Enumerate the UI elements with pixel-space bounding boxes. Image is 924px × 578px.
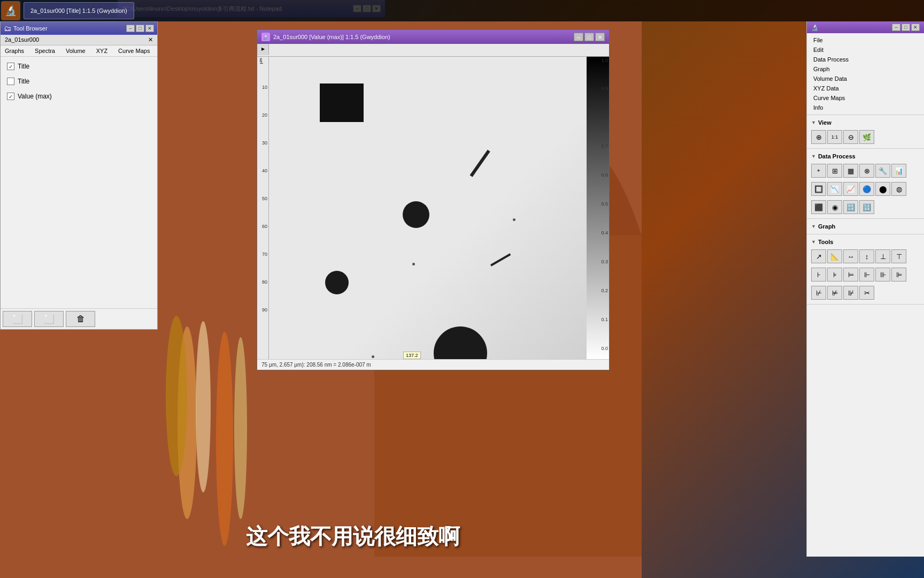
panel-menu-file[interactable]: File (807, 35, 924, 45)
data-process-toolbar-2: 🔲 📉 📈 🔵 ⬤ ◍ (807, 180, 924, 198)
menu-curve-maps[interactable]: Curve Maps (116, 47, 152, 55)
scale-0.8: 0.8 (601, 115, 608, 120)
tool-browser-close[interactable]: ✕ (145, 25, 154, 32)
dp-btn-1[interactable]: ⌖ (811, 164, 826, 178)
main-maximize[interactable]: □ (584, 33, 594, 41)
ruler-vtick-80: 80 (257, 279, 268, 285)
panel-menu-curve-maps[interactable]: Curve Maps (807, 93, 924, 103)
zoom-out-btn[interactable]: ⊖ (843, 130, 858, 144)
right-panel-minimize[interactable]: – (892, 24, 900, 31)
taskbar-app-icon[interactable]: 🔬 (1, 1, 20, 20)
footer-btn-2[interactable]: ⬜ (34, 311, 64, 327)
view-label: View (818, 119, 831, 126)
tool-btn-14[interactable]: ⊭ (827, 286, 842, 300)
dp-btn-13[interactable]: ⬛ (811, 200, 826, 214)
panel-menu-edit[interactable]: Edit (807, 45, 924, 55)
footer-btn-1[interactable]: ⬜ (3, 311, 32, 327)
zoom-1to1-btn[interactable]: 1:1 (827, 130, 842, 144)
dp-btn-5[interactable]: 🔧 (875, 164, 890, 178)
checkbox-title-1[interactable] (7, 63, 14, 70)
browser-item-label-1: Title (18, 78, 29, 85)
panel-menu-graph[interactable]: Graph (807, 64, 924, 74)
data-process-section: ▼ Data Process ⌖ ⊞ ▦ ⊗ 🔧 📊 🔲 📉 📈 🔵 ⬤ ◍ ⬛… (807, 149, 924, 219)
menu-xyz[interactable]: XYZ (94, 47, 110, 55)
image-wrapper: μm 10 20 30 40 50 60 70 80 90 (257, 57, 609, 359)
tool-browser-minimize[interactable]: – (126, 25, 135, 32)
tool-browser-menu: Graphs Spectra Volume XYZ Curve Maps (1, 45, 157, 57)
tool-btn-15[interactable]: ⊮ (843, 286, 858, 300)
dp-btn-2[interactable]: ⊞ (827, 164, 842, 178)
tool-btn-9[interactable]: ⊨ (843, 268, 858, 282)
menu-volume[interactable]: Volume (64, 47, 88, 55)
panel-menu-volume-data[interactable]: Volume Data (807, 74, 924, 83)
menu-graphs[interactable]: Graphs (3, 47, 26, 55)
dp-btn-4[interactable]: ⊗ (859, 164, 874, 178)
browser-item-label-2: Value (max) (18, 93, 52, 100)
tool-btn-4[interactable]: ↕ (859, 249, 874, 263)
dp-btn-8[interactable]: 📉 (827, 182, 842, 196)
tool-btn-10[interactable]: ⊩ (859, 268, 874, 282)
dp-btn-15[interactable]: 🔡 (843, 200, 858, 214)
dp-btn-16[interactable]: 🔢 (859, 200, 874, 214)
dp-btn-6[interactable]: 📊 (891, 164, 906, 178)
dp-btn-11[interactable]: ⬤ (875, 182, 890, 196)
tool-btn-16[interactable]: ✂ (859, 286, 874, 300)
tool-browser-maximize[interactable]: □ (136, 25, 144, 32)
footer-btn-delete[interactable]: 🗑 (66, 311, 95, 327)
tools-expand-icon: ▼ (811, 239, 816, 245)
checkbox-title-2[interactable] (7, 78, 14, 85)
img-dot-1 (513, 218, 515, 221)
svg-point-3 (216, 332, 233, 546)
scale-0.9: 0.9 (601, 86, 608, 91)
right-panel-maximize[interactable]: □ (902, 24, 910, 31)
img-dot-2 (412, 263, 415, 265)
dp-btn-7[interactable]: 🔲 (811, 182, 826, 196)
tool-btn-6[interactable]: ⊤ (891, 249, 906, 263)
data-process-toolbar-3: ⬛ ◉ 🔡 🔢 (807, 198, 924, 216)
zoom-fit-btn[interactable]: 🌿 (859, 130, 874, 144)
main-close[interactable]: ✕ (595, 33, 605, 41)
right-panel-close[interactable]: ✕ (911, 24, 920, 31)
dp-btn-3[interactable]: ▦ (843, 164, 858, 178)
tools-section-header: ▼ Tools (807, 237, 924, 247)
dp-btn-12[interactable]: ◍ (891, 182, 906, 196)
dp-btn-9[interactable]: 📈 (843, 182, 858, 196)
main-titlebar-left: 🔬 2a_01sur000 [Value (max)] 1:1.5 (Gwydd… (261, 33, 390, 41)
browser-item-0[interactable]: Title (5, 61, 153, 72)
view-expand-icon: ▼ (811, 120, 816, 125)
tool-browser-title: 🗂 Tool Browser (4, 24, 48, 33)
panel-menu-info[interactable]: Info (807, 103, 924, 112)
browser-item-1[interactable]: Title (5, 76, 153, 87)
zoom-in-btn[interactable]: ⊕ (811, 130, 826, 144)
tool-btn-5[interactable]: ⊥ (875, 249, 890, 263)
tools-toolbar-1: ↗ 📐 ↔ ↕ ⊥ ⊤ (807, 247, 924, 265)
tool-btn-3[interactable]: ↔ (843, 249, 858, 263)
tool-browser-subtitle-close[interactable]: ✕ (148, 36, 153, 43)
ruler-vtick-90: 90 (257, 307, 268, 313)
status-text: 75 μm, 2.657 μm): 208.56 nm = 2.086e-007… (261, 362, 371, 368)
browser-item-2[interactable]: Value (max) (5, 91, 153, 102)
tool-btn-12[interactable]: ⊫ (891, 268, 906, 282)
checkbox-value-max[interactable] (7, 93, 14, 100)
tool-btn-13[interactable]: ⊬ (811, 286, 826, 300)
tool-btn-7[interactable]: ⊦ (811, 268, 826, 282)
data-process-label: Data Process (818, 153, 856, 159)
tool-btn-8[interactable]: ⊧ (827, 268, 842, 282)
panel-menu-xyz-data[interactable]: XYZ Data (807, 83, 924, 93)
ruler-top: ▶ 0 μm 10 20 30 40 40 50 60 70 80 90 1.0… (257, 44, 609, 57)
dp-btn-10[interactable]: 🔵 (859, 182, 874, 196)
right-panel-title-buttons: – □ ✕ (892, 24, 920, 31)
tool-btn-11[interactable]: ⊪ (875, 268, 890, 282)
right-panel-title: 🔬 (811, 24, 819, 31)
dp-btn-14[interactable]: ◉ (827, 200, 842, 214)
graph-expand-icon: ▼ (811, 224, 816, 229)
taskbar-app-label[interactable]: 2a_01sur000 [Title] 1:1.5 (Gwyddion) (24, 2, 134, 19)
tool-btn-1[interactable]: ↗ (811, 249, 826, 263)
menu-spectra[interactable]: Spectra (33, 47, 57, 55)
view-section: ▼ View ⊕ 1:1 ⊖ 🌿 (807, 115, 924, 149)
main-minimize[interactable]: – (574, 33, 583, 41)
tool-btn-2[interactable]: 📐 (827, 249, 842, 263)
graph-label: Graph (818, 223, 835, 230)
view-section-header: ▼ View (807, 117, 924, 128)
panel-menu-data-process[interactable]: Data Process (807, 55, 924, 64)
